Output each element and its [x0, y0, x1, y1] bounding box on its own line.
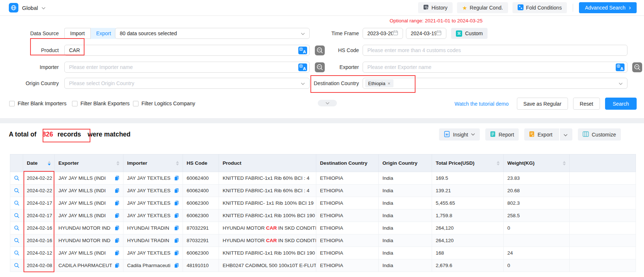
row-search-icon[interactable]	[14, 213, 19, 218]
export-button[interactable]: Export	[524, 128, 572, 141]
sort-control[interactable]	[176, 161, 179, 165]
sort-control[interactable]	[563, 161, 566, 165]
tag-close-icon[interactable]: ×	[388, 81, 391, 86]
collapse-toggle[interactable]	[318, 100, 337, 106]
reset-button[interactable]: Reset	[573, 98, 600, 110]
tab-export[interactable]: Export	[91, 28, 116, 39]
tag-label: Ethiopia	[368, 81, 385, 86]
copy-icon[interactable]	[174, 188, 179, 193]
copy-icon[interactable]	[115, 263, 119, 268]
table-row: 2024-02-22JAY JAY MILLS (INDIJAY JAY TEX…	[10, 172, 636, 185]
sort-control[interactable]	[48, 161, 51, 165]
origin-country-select[interactable]: Please select Origin Country	[64, 78, 310, 89]
destination-country-select[interactable]: Ethiopia ×	[363, 78, 627, 89]
copy-icon[interactable]	[174, 250, 179, 256]
tutorial-link[interactable]: Watch the tutorial demo	[454, 101, 508, 107]
tab-import[interactable]: Import	[64, 28, 91, 39]
hs-code-input[interactable]	[363, 45, 627, 56]
fuzzy-match-icon[interactable]	[632, 62, 642, 73]
column-header-importer[interactable]: Importer	[123, 154, 183, 172]
start-date-value[interactable]	[367, 30, 393, 36]
search-panel: Optional range: 2021-01-01 to 2024-03-25…	[0, 16, 644, 118]
save-as-regular-button[interactable]: Save as Regular	[517, 98, 568, 110]
sort-control[interactable]	[116, 161, 119, 165]
importer-input[interactable]	[64, 62, 310, 73]
custom-range-button[interactable]: ⌘ Custom	[451, 28, 488, 39]
copy-icon[interactable]	[115, 238, 119, 243]
region-selector-label[interactable]: Global	[22, 5, 38, 11]
time-frame-label: Time Frame	[285, 28, 359, 39]
copy-icon[interactable]	[174, 263, 179, 268]
data-source-select[interactable]: 80 data sources selected	[115, 28, 310, 39]
column-header-total-price-usd[interactable]: Total Price(USD)	[432, 154, 504, 172]
translate-icon[interactable]: A	[616, 63, 625, 72]
hs-code-label: HS Code	[285, 45, 359, 56]
cell-product: KNITTED FABRIC- 1x1 Rib 100% BCI 19	[219, 197, 316, 209]
copy-icon[interactable]	[115, 188, 119, 193]
copy-icon[interactable]	[115, 225, 119, 231]
globe-logo-icon[interactable]	[9, 3, 18, 12]
cell-total-price: 2,679.6	[432, 259, 504, 272]
export-dropdown-chevron[interactable]	[564, 132, 568, 138]
column-header-date[interactable]: Date	[23, 154, 55, 172]
insight-label: Insight	[453, 132, 468, 138]
row-search-icon[interactable]	[14, 263, 19, 268]
product-input[interactable]	[64, 45, 310, 56]
search-button[interactable]: Search	[605, 98, 637, 110]
report-button[interactable]: Report	[485, 128, 519, 141]
chevron-right-icon: ›	[629, 4, 631, 11]
row-detail-cell	[10, 259, 23, 272]
row-search-icon[interactable]	[14, 200, 19, 206]
fold-conditions-button[interactable]: Fold Conditions	[512, 2, 567, 13]
copy-icon[interactable]	[115, 175, 119, 181]
cell-destination-country: ETHIOPIA	[316, 259, 379, 272]
table-row: 2024-02-12JAY JAY MILLS (INDIJAY JAY TEX…	[10, 247, 636, 259]
hs-code-value[interactable]	[367, 47, 623, 53]
exporter-value[interactable]	[367, 64, 611, 70]
cell-filler	[570, 259, 636, 272]
row-search-icon[interactable]	[14, 175, 19, 181]
copy-icon[interactable]	[115, 200, 119, 206]
cell-importer: JAY JAY TEXTILES	[123, 247, 183, 259]
copy-icon[interactable]	[174, 213, 179, 218]
row-detail-cell	[10, 197, 23, 209]
copy-icon[interactable]	[174, 175, 179, 181]
time-frame-start-input[interactable]	[363, 28, 403, 39]
row-search-icon[interactable]	[14, 188, 19, 193]
copy-icon[interactable]	[174, 200, 179, 206]
sort-control[interactable]	[497, 161, 500, 165]
cell-destination-country: ETHIOPIA	[316, 234, 379, 247]
row-search-icon[interactable]	[14, 225, 19, 231]
column-header-exporter[interactable]: Exporter	[55, 154, 123, 172]
row-search-icon[interactable]	[14, 250, 19, 256]
insight-button[interactable]: BI Insight	[439, 128, 480, 141]
column-header-origin-country: Origin Country	[379, 154, 432, 172]
importer-value[interactable]	[69, 64, 293, 70]
copy-icon[interactable]	[115, 213, 119, 218]
copy-icon[interactable]	[174, 238, 179, 243]
column-header-weight-kg[interactable]: Weight(KG)	[504, 154, 570, 172]
regular-cond-button[interactable]: ★ Regular Cond.	[457, 2, 508, 13]
history-button[interactable]: History	[418, 2, 453, 13]
time-frame-end-input[interactable]	[406, 28, 446, 39]
cell-origin-country: India	[379, 247, 432, 259]
cell-origin-country: India	[379, 209, 432, 222]
chevron-down-icon[interactable]	[42, 5, 46, 11]
end-date-value[interactable]	[411, 30, 436, 36]
checkbox[interactable]	[9, 101, 15, 106]
history-label: History	[432, 5, 448, 11]
copy-icon[interactable]	[174, 225, 179, 231]
cell-importer: JAY JAY TEXTILES	[123, 185, 183, 197]
cell-product: HYUNDAI MOTOR CAR IN SKD CONDITI	[219, 234, 316, 247]
advanced-search-button[interactable]: Advanced Search ›	[579, 2, 637, 13]
checkbox[interactable]	[133, 101, 138, 106]
report-label: Report	[499, 132, 514, 138]
copy-icon[interactable]	[115, 250, 119, 256]
row-search-icon[interactable]	[14, 238, 19, 243]
advanced-search-label: Advanced Search	[585, 5, 626, 11]
customize-button[interactable]: Customize	[578, 128, 621, 141]
checkbox[interactable]	[72, 101, 78, 106]
exporter-input[interactable]	[363, 62, 627, 73]
cell-weight	[504, 234, 570, 247]
product-value[interactable]	[69, 47, 293, 53]
